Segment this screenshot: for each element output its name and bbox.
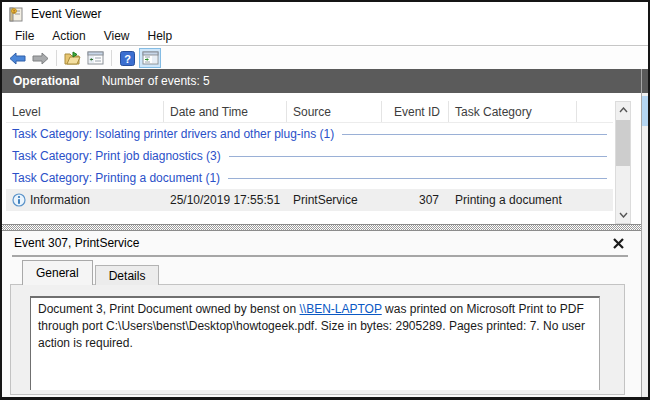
pane-splitter[interactable] [2, 224, 641, 231]
group-row-printing-a-document[interactable]: Task Category: Printing a document (1) [2, 167, 641, 189]
title-bar: Event Viewer [2, 2, 648, 26]
group-label: Task Category: Print job diagnostics (3) [12, 149, 221, 163]
actions-pane-header-sliver [642, 69, 648, 93]
event-count-label: Number of events: 5 [102, 74, 210, 88]
toolbar-separator [111, 50, 112, 66]
group-label: Task Category: Printing a document (1) [12, 171, 220, 185]
list-scrollbar[interactable] [615, 101, 631, 224]
description-before-link: Document 3, Print Document owned by bens… [38, 302, 299, 316]
event-viewer-app-icon [9, 7, 24, 22]
svg-text:?: ? [124, 52, 131, 64]
actions-pane-sliver [641, 69, 648, 397]
group-row-isolating-drivers[interactable]: Task Category: Isolating printer drivers… [2, 123, 641, 145]
tab-details[interactable]: Details [95, 265, 160, 285]
column-header-taskcategory[interactable]: Task Category [449, 101, 577, 122]
column-header-date[interactable]: Date and Time [164, 101, 287, 122]
forward-arrow-icon [32, 52, 49, 65]
scroll-up-button[interactable] [616, 102, 630, 118]
group-row-print-job-diagnostics[interactable]: Task Category: Print job diagnostics (3) [2, 145, 641, 167]
group-divider-line [229, 156, 607, 157]
help-button[interactable]: ? [116, 48, 138, 68]
taskcategory-cell: Printing a document [449, 193, 577, 207]
help-icon: ? [120, 51, 135, 66]
column-header-filler [577, 101, 613, 122]
show-console-tree-button[interactable] [84, 48, 106, 68]
back-button[interactable] [6, 48, 28, 68]
group-divider-line [342, 134, 607, 135]
window-title: Event Viewer [31, 7, 101, 21]
column-header-row: Level Date and Time Source Event ID Task… [6, 101, 613, 123]
toolbar-separator [56, 50, 57, 66]
close-preview-icon[interactable] [612, 237, 625, 250]
folder-export-icon [64, 51, 81, 65]
preview-separator [12, 255, 628, 257]
source-cell: PrintService [287, 193, 382, 207]
toolbar: ? [2, 47, 648, 69]
menu-view[interactable]: View [95, 27, 139, 45]
chevron-up-icon [619, 107, 628, 113]
information-icon [12, 193, 26, 207]
general-tab-page: Document 3, Print Document owned by bens… [10, 284, 625, 395]
actions-pane-selected-item-sliver [642, 96, 648, 126]
scrollbar-thumb[interactable] [616, 120, 630, 166]
log-header-bar: Operational Number of events: 5 [2, 69, 641, 93]
back-arrow-icon [9, 52, 26, 65]
group-divider-line [228, 178, 607, 179]
computer-name-link[interactable]: \\BEN-LAPTOP [299, 302, 381, 316]
event-row-307[interactable]: Information 25/10/2019 17:55:51 PrintSer… [6, 189, 613, 211]
datetime-cell: 25/10/2019 17:55:51 [164, 193, 287, 207]
tab-general[interactable]: General [22, 260, 93, 285]
preview-tabs: General Details [22, 260, 159, 285]
level-cell: Information [6, 193, 164, 207]
preview-title: Event 307, PrintService [14, 236, 139, 250]
column-header-level[interactable]: Level [6, 101, 164, 122]
group-label: Task Category: Isolating printer drivers… [12, 127, 334, 141]
menu-file[interactable]: File [6, 27, 43, 45]
column-header-source[interactable]: Source [287, 101, 382, 122]
menu-action[interactable]: Action [43, 27, 94, 45]
event-preview-pane: Event 307, PrintService General Details … [2, 231, 641, 397]
console-tree-icon [87, 51, 104, 65]
event-description: Document 3, Print Document owned by bens… [30, 296, 600, 390]
scroll-down-button[interactable] [616, 207, 630, 223]
menu-help[interactable]: Help [139, 27, 182, 45]
event-list: Level Date and Time Source Event ID Task… [2, 93, 641, 224]
log-name: Operational [13, 74, 80, 88]
action-pane-icon [142, 51, 159, 65]
level-text: Information [30, 193, 90, 207]
menu-bar: File Action View Help [2, 26, 648, 46]
column-header-eventid[interactable]: Event ID [382, 101, 449, 122]
chevron-down-icon [619, 212, 628, 218]
forward-button[interactable] [29, 48, 51, 68]
event-viewer-window: Event Viewer File Action View Help [0, 0, 650, 400]
eventid-cell: 307 [382, 193, 449, 207]
show-action-pane-button[interactable] [139, 48, 161, 68]
export-log-button[interactable] [61, 48, 83, 68]
